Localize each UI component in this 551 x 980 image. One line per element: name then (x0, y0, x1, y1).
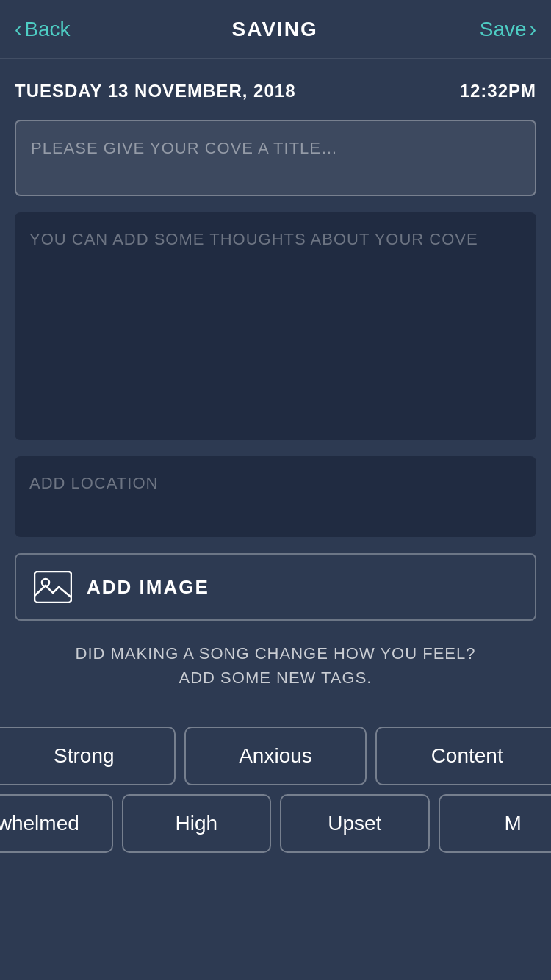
title-input[interactable] (15, 120, 536, 196)
save-chevron-icon: › (530, 18, 536, 41)
tag-anxious[interactable]: Anxious (184, 727, 367, 785)
tags-prompt: DID MAKING A SONG CHANGE HOW YOU FEEL?AD… (15, 641, 536, 690)
page-title: SAVING (232, 18, 318, 41)
svg-rect-0 (35, 572, 71, 602)
add-image-button[interactable]: ADD IMAGE (15, 553, 536, 621)
tags-row-2: whelmed High Upset M (0, 794, 551, 853)
tag-high[interactable]: High (122, 794, 272, 853)
time-label: 12:32PM (460, 81, 536, 101)
add-image-label: ADD IMAGE (87, 576, 209, 599)
nav-bar: ‹ Back SAVING Save › (0, 0, 551, 59)
tags-container: Strong Anxious Content whelmed High Upse… (0, 727, 551, 876)
back-button[interactable]: ‹ Back (15, 18, 71, 41)
thoughts-input[interactable] (15, 212, 536, 440)
back-label: Back (24, 18, 70, 41)
main-content: TUESDAY 13 NOVEMBER, 2018 12:32PM ADD IM… (0, 59, 551, 727)
location-input[interactable] (15, 456, 536, 537)
tag-upset[interactable]: Upset (280, 794, 430, 853)
tag-content[interactable]: Content (375, 727, 551, 785)
tags-row-1: Strong Anxious Content (0, 727, 551, 785)
tag-strong[interactable]: Strong (0, 727, 176, 785)
image-icon (34, 571, 72, 603)
save-label: Save (480, 18, 527, 41)
date-label: TUESDAY 13 NOVEMBER, 2018 (15, 81, 295, 101)
back-chevron-icon: ‹ (15, 18, 21, 41)
tag-m[interactable]: M (439, 794, 552, 853)
date-time-row: TUESDAY 13 NOVEMBER, 2018 12:32PM (15, 81, 536, 101)
save-button[interactable]: Save › (480, 18, 536, 41)
tag-overwhelmed[interactable]: whelmed (0, 794, 113, 853)
